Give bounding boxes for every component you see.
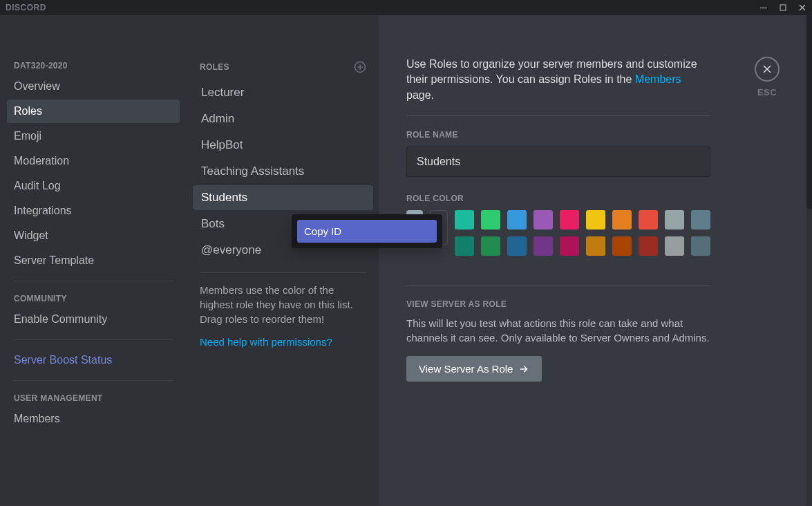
role-color-label: ROLE COLOR bbox=[406, 194, 710, 203]
color-swatch[interactable] bbox=[534, 210, 553, 229]
color-grid bbox=[455, 210, 710, 263]
view-server-btn-label: View Server As Role bbox=[419, 363, 513, 375]
sidebar-item-server-template[interactable]: Server Template bbox=[7, 249, 180, 272]
sidebar-item-integrations[interactable]: Integrations bbox=[7, 199, 180, 223]
sidebar-separator bbox=[14, 380, 173, 381]
sidebar-item-emoji[interactable]: Emoji bbox=[7, 124, 180, 148]
sidebar-item-overview[interactable]: Overview bbox=[7, 75, 180, 98]
color-swatch[interactable] bbox=[534, 236, 553, 256]
view-server-as-role-button[interactable]: View Server As Role bbox=[406, 356, 542, 382]
role-item-helpbot[interactable]: HelpBot bbox=[193, 133, 373, 158]
view-server-heading: VIEW SERVER AS ROLE bbox=[406, 299, 710, 309]
color-swatch[interactable] bbox=[586, 236, 605, 256]
minimize-icon bbox=[759, 3, 768, 12]
svg-rect-0 bbox=[760, 8, 767, 8]
sidebar-item-members[interactable]: Members bbox=[7, 407, 180, 431]
color-swatch[interactable] bbox=[639, 236, 658, 256]
content-divider bbox=[406, 115, 710, 116]
close-settings-button[interactable] bbox=[755, 57, 780, 82]
members-link[interactable]: Members bbox=[635, 73, 681, 85]
intro-post: page. bbox=[406, 89, 434, 101]
color-swatch[interactable] bbox=[612, 236, 632, 256]
color-swatch[interactable] bbox=[455, 236, 474, 256]
sidebar-item-audit-log[interactable]: Audit Log bbox=[7, 174, 180, 198]
color-swatch[interactable] bbox=[586, 210, 605, 229]
color-swatch[interactable] bbox=[665, 210, 684, 229]
role-name-label: ROLE NAME bbox=[406, 130, 710, 140]
role-name-input[interactable] bbox=[406, 147, 710, 177]
color-swatch[interactable] bbox=[455, 210, 474, 229]
context-copy-id[interactable]: Copy ID bbox=[297, 220, 437, 243]
role-settings-content: ESC Use Roles to organize your server me… bbox=[379, 15, 812, 506]
color-swatch[interactable] bbox=[612, 210, 632, 229]
roles-heading: ROLES bbox=[193, 57, 373, 80]
maximize-icon bbox=[779, 3, 787, 12]
scrollbar-thumb[interactable] bbox=[806, 15, 812, 209]
color-swatch[interactable] bbox=[507, 210, 527, 229]
settings-sidebar: DAT320-2020 Overview Roles Emoji Moderat… bbox=[0, 15, 187, 506]
sidebar-separator bbox=[14, 281, 173, 281]
sidebar-item-enable-community[interactable]: Enable Community bbox=[7, 308, 180, 331]
role-item-teaching-assistants[interactable]: Teaching Assistants bbox=[193, 159, 373, 184]
roles-list-column: ROLES Lecturer Admin HelpBot Teaching As… bbox=[187, 15, 379, 506]
close-icon bbox=[761, 63, 773, 75]
color-swatch[interactable] bbox=[665, 236, 684, 256]
roles-heading-label: ROLES bbox=[200, 62, 229, 72]
roles-divider bbox=[200, 272, 366, 273]
color-swatch[interactable] bbox=[560, 210, 579, 229]
content-divider bbox=[406, 285, 710, 285]
roles-help-text: Members use the color of the highest rol… bbox=[193, 283, 373, 326]
sidebar-item-roles[interactable]: Roles bbox=[7, 100, 180, 123]
role-context-menu: Copy ID bbox=[292, 214, 442, 248]
role-item-admin[interactable]: Admin bbox=[193, 106, 373, 131]
view-server-description: This will let you test what actions this… bbox=[406, 316, 710, 345]
role-item-lecturer[interactable]: Lecturer bbox=[193, 80, 373, 105]
community-heading: COMMUNITY bbox=[7, 290, 180, 308]
app-brand: DISCORD bbox=[6, 3, 46, 12]
titlebar: DISCORD bbox=[0, 0, 812, 15]
roles-intro-text: Use Roles to organize your server member… bbox=[406, 57, 710, 103]
esc-label: ESC bbox=[755, 87, 780, 97]
svg-rect-1 bbox=[780, 5, 786, 10]
color-swatch[interactable] bbox=[691, 236, 710, 256]
scrollbar-track[interactable] bbox=[806, 15, 812, 506]
plus-circle-icon bbox=[354, 61, 366, 73]
close-icon bbox=[798, 3, 806, 12]
arrow-right-icon bbox=[518, 364, 529, 375]
maximize-button[interactable] bbox=[773, 0, 793, 15]
color-swatch[interactable] bbox=[481, 210, 500, 229]
color-swatch[interactable] bbox=[639, 210, 658, 229]
color-swatch[interactable] bbox=[560, 236, 579, 256]
close-area: ESC bbox=[755, 57, 780, 97]
sidebar-separator bbox=[14, 339, 173, 340]
color-swatch[interactable] bbox=[691, 210, 710, 229]
app-body: DAT320-2020 Overview Roles Emoji Moderat… bbox=[0, 15, 812, 506]
sidebar-item-widget[interactable]: Widget bbox=[7, 224, 180, 247]
close-window-button[interactable] bbox=[793, 0, 812, 15]
sidebar-item-server-boost[interactable]: Server Boost Status bbox=[7, 348, 180, 372]
role-item-students[interactable]: Students bbox=[193, 185, 373, 210]
color-swatch[interactable] bbox=[481, 236, 500, 256]
add-role-button[interactable] bbox=[354, 61, 366, 73]
user-management-heading: USER MANAGEMENT bbox=[7, 389, 180, 407]
sidebar-item-moderation[interactable]: Moderation bbox=[7, 149, 180, 173]
color-swatch[interactable] bbox=[507, 236, 527, 256]
window-controls bbox=[754, 0, 812, 15]
roles-permissions-help-link[interactable]: Need help with permissions? bbox=[193, 326, 373, 348]
minimize-button[interactable] bbox=[754, 0, 773, 15]
server-name-heading: DAT320-2020 bbox=[7, 57, 180, 75]
